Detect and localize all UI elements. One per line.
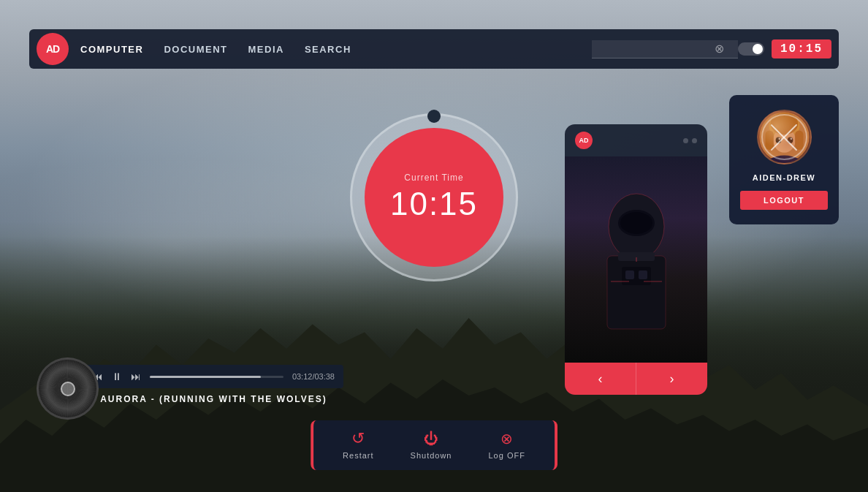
media-player: ⏮ ⏸ ⏭ 03:12/03:38 AURORA - (RUNNING WITH… xyxy=(37,365,343,404)
user-name: AIDEN-DREW xyxy=(753,173,816,182)
player-controls-bar: ⏮ ⏸ ⏭ 03:12/03:38 xyxy=(84,365,343,388)
phone-nav: ‹ › xyxy=(565,363,707,395)
restart-label: Restart xyxy=(343,451,373,460)
clock-widget: Current Time 10:15 xyxy=(350,113,518,281)
bottom-menu: Restart Shutdown Log OFF xyxy=(311,420,557,470)
clock-time: 10:15 xyxy=(390,186,478,222)
user-card: AIDEN-DREW LOGOUT xyxy=(729,95,839,224)
player-disc xyxy=(37,357,99,420)
phone-header: AD xyxy=(565,124,707,156)
menu-item-logoff[interactable]: Log OFF xyxy=(489,431,525,460)
clock-inner: Current Time 10:15 xyxy=(365,128,503,267)
svg-rect-5 xyxy=(625,270,634,279)
phone-dot-2 xyxy=(692,138,697,143)
disc-texture xyxy=(39,360,96,417)
nav-item-media[interactable]: MEDIA xyxy=(248,44,284,55)
topbar: AD COMPUTER DOCUMENT MEDIA SEARCH ⊗ 10:1… xyxy=(29,29,839,69)
logo-text: AD xyxy=(46,43,59,55)
phone-image xyxy=(565,156,707,363)
shutdown-icon xyxy=(424,431,438,447)
user-avatar xyxy=(757,110,812,164)
player-title: AURORA - (RUNNING WITH THE WOLVES) xyxy=(84,394,343,404)
menu-item-shutdown[interactable]: Shutdown xyxy=(411,431,452,460)
logout-button[interactable]: LOGOUT xyxy=(740,191,828,210)
clock-outer-ring: Current Time 10:15 xyxy=(350,113,518,281)
search-bar: ⊗ xyxy=(592,40,738,58)
phone-widget: AD ‹ xyxy=(565,124,707,395)
logoff-label: Log OFF xyxy=(489,451,525,460)
logo-button[interactable]: AD xyxy=(37,33,69,65)
player-progress-fill xyxy=(150,376,261,378)
avatar-cross xyxy=(758,111,810,163)
clock-label: Current Time xyxy=(404,173,463,183)
phone-dot-1 xyxy=(683,138,688,143)
player-progress-bar[interactable] xyxy=(150,376,283,378)
phone-logo: AD xyxy=(575,132,593,149)
toggle-switch[interactable] xyxy=(738,42,764,56)
phone-nav-prev[interactable]: ‹ xyxy=(565,363,636,395)
menu-item-restart[interactable]: Restart xyxy=(343,431,373,460)
restart-icon xyxy=(350,431,366,447)
shutdown-label: Shutdown xyxy=(411,451,452,460)
main-nav: COMPUTER DOCUMENT MEDIA SEARCH xyxy=(80,44,577,55)
search-input[interactable] xyxy=(598,43,715,54)
pause-button[interactable]: ⏸ xyxy=(112,371,122,382)
svg-point-2 xyxy=(620,212,652,234)
topbar-right: 10:15 xyxy=(738,39,831,58)
phone-logo-icon: AD xyxy=(575,132,593,149)
svg-rect-6 xyxy=(639,270,647,279)
phone-status-dots xyxy=(683,138,697,143)
player-time: 03:12/03:38 xyxy=(292,372,335,381)
phone-logo-text: AD xyxy=(579,137,589,144)
robotic-figure xyxy=(585,175,688,344)
search-clear-icon[interactable]: ⊗ xyxy=(715,43,724,55)
phone-nav-next[interactable]: › xyxy=(636,363,707,395)
clock-dot xyxy=(427,110,441,123)
forward-button[interactable]: ⏭ xyxy=(131,371,141,382)
nav-item-search[interactable]: SEARCH xyxy=(305,44,351,55)
nav-item-computer[interactable]: COMPUTER xyxy=(80,44,143,55)
logoff-icon xyxy=(500,431,513,447)
topbar-time: 10:15 xyxy=(772,39,831,58)
nav-item-document[interactable]: DOCUMENT xyxy=(164,44,227,55)
